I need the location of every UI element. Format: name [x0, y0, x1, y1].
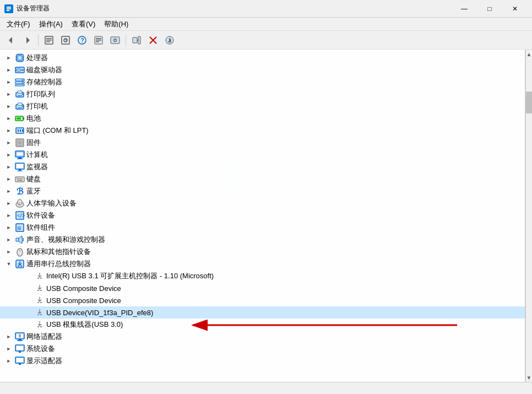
tree-item-usb-hub[interactable]: USB 根集线器(USB 3.0)	[0, 319, 525, 331]
svg-rect-9	[46, 41, 50, 42]
expand-icon-usb-device[interactable]	[24, 308, 33, 317]
tree-item-disk-drive[interactable]: ►磁盘驱动器	[0, 64, 525, 76]
tree-item-usb-ctrl[interactable]: ▼通用串行总线控制器	[0, 258, 525, 270]
tree-item-sound[interactable]: ►声音、视频和游戏控制器	[0, 234, 525, 246]
svg-marker-4	[9, 37, 12, 44]
device-icon-keyboard	[15, 174, 25, 184]
properties-button[interactable]	[41, 33, 57, 47]
expand-icon-bluetooth[interactable]: ►	[4, 187, 13, 196]
tree-item-keyboard[interactable]: ►键盘	[0, 173, 525, 185]
tree-item-computer[interactable]: ►计算机	[0, 149, 525, 161]
menu-file[interactable]: 文件(F)	[2, 18, 35, 30]
expand-icon-port[interactable]: ►	[4, 126, 13, 135]
device-label-storage: 存储控制器	[26, 77, 62, 87]
tree-item-software-comp[interactable]: ►⊞软件组件	[0, 222, 525, 234]
expand-icon-display[interactable]: ►	[4, 357, 13, 365]
expand-icon-usb-intel[interactable]	[24, 272, 33, 280]
expand-icon-software-comp[interactable]: ►	[4, 223, 13, 232]
tree-item-printer[interactable]: ►打印机	[0, 100, 525, 112]
close-button[interactable]: ✕	[502, 0, 528, 18]
status-bar	[0, 382, 532, 394]
details-button[interactable]	[91, 33, 106, 47]
expand-icon-printer[interactable]: ►	[4, 102, 13, 111]
scrollbar[interactable]: ▲ ▼	[525, 50, 532, 382]
expand-icon-usb-comp2[interactable]	[24, 296, 33, 305]
menu-view[interactable]: 查看(V)	[67, 18, 100, 30]
tree-item-storage[interactable]: ►存储控制器	[0, 76, 525, 88]
update-driver-button[interactable]: ?	[58, 33, 73, 47]
svg-rect-16	[96, 38, 101, 39]
svg-rect-67	[18, 129, 19, 132]
expand-icon-print-queue[interactable]: ►	[4, 90, 13, 99]
expand-icon-processor[interactable]: ►	[4, 53, 13, 62]
expand-icon-network[interactable]: ►	[4, 332, 13, 341]
tree-item-display[interactable]: ►显示适配器	[0, 355, 525, 367]
tree-item-port[interactable]: ►端口 (COM 和 LPT)	[0, 125, 525, 137]
show-hidden-button[interactable]	[107, 33, 123, 47]
expand-icon-disk-drive[interactable]: ►	[4, 66, 13, 74]
expand-icon-hid[interactable]: ►	[4, 199, 13, 208]
device-icon-port	[15, 126, 25, 136]
tree-item-usb-device[interactable]: USB Device(VID_1f3a_PID_efe8)	[0, 306, 525, 319]
tree-item-usb-intel[interactable]: Intel(R) USB 3.1 可扩展主机控制器 - 1.10 (Micros…	[0, 270, 525, 282]
device-label-usb-hub: USB 根集线器(USB 3.0)	[46, 320, 123, 330]
tree-item-network[interactable]: ►网络适配器	[0, 331, 525, 343]
tree-item-firmware[interactable]: ►固件	[0, 137, 525, 149]
svg-text:⊞: ⊞	[17, 225, 21, 231]
forward-button[interactable]	[20, 33, 35, 47]
tree-item-system[interactable]: ►系统设备	[0, 343, 525, 355]
svg-rect-3	[7, 10, 9, 11]
toolbar-sep-1	[38, 35, 39, 46]
remove-button[interactable]	[145, 33, 161, 47]
expand-icon-mouse[interactable]: ►	[4, 247, 13, 256]
scrollbar-thumb[interactable]	[526, 91, 532, 114]
svg-rect-116	[19, 334, 21, 335]
tree-item-monitor[interactable]: ►监视器	[0, 161, 525, 173]
tree-item-print-queue[interactable]: ►打印队列	[0, 88, 525, 100]
svg-rect-103	[40, 278, 42, 279]
device-icon-usb-hub	[35, 320, 45, 330]
expand-icon-software-dev[interactable]: ►	[4, 211, 13, 220]
maximize-button[interactable]: □	[477, 0, 502, 18]
device-label-mouse: 鼠标和其他指针设备	[26, 247, 91, 257]
tree-item-software-dev[interactable]: ►</>软件设备	[0, 209, 525, 222]
device-icon-usb-comp2	[35, 295, 45, 305]
expand-icon-computer[interactable]: ►	[4, 150, 13, 159]
device-label-keyboard: 键盘	[26, 174, 41, 184]
tree-item-usb-comp2[interactable]: USB Composite Device	[0, 294, 525, 306]
svg-rect-106	[37, 302, 39, 303]
tree-item-hid[interactable]: ►人体学输入设备	[0, 197, 525, 209]
expand-icon-storage[interactable]: ►	[4, 78, 13, 87]
back-button[interactable]	[3, 33, 19, 47]
expand-icon-usb-comp1[interactable]	[24, 284, 33, 293]
svg-rect-121	[19, 351, 21, 353]
device-label-printer: 打印机	[26, 101, 48, 111]
install-button[interactable]	[162, 33, 177, 47]
svg-rect-32	[18, 56, 22, 60]
menu-help[interactable]: 帮助(H)	[100, 18, 133, 30]
svg-rect-83	[18, 178, 19, 179]
menu-bar: 文件(F) 操作(A) 查看(V) 帮助(H)	[0, 18, 532, 31]
expand-icon-usb-hub[interactable]	[24, 320, 33, 329]
tree-item-battery[interactable]: ►电池	[0, 112, 525, 125]
svg-point-52	[22, 82, 23, 83]
help-button[interactable]: ?	[74, 33, 90, 47]
menu-action[interactable]: 操作(A)	[35, 18, 67, 30]
tree-item-bluetooth[interactable]: ►ℬ蓝牙	[0, 185, 525, 197]
tree-item-usb-comp1[interactable]: USB Composite Device	[0, 282, 525, 294]
device-icon-system	[15, 344, 25, 354]
expand-icon-usb-ctrl[interactable]: ▼	[4, 260, 13, 268]
tree-item-processor[interactable]: ►处理器	[0, 52, 525, 64]
svg-rect-18	[96, 41, 99, 42]
scan-button[interactable]	[129, 33, 144, 47]
expand-icon-keyboard[interactable]: ►	[4, 175, 13, 183]
minimize-button[interactable]: —	[452, 0, 477, 18]
expand-icon-monitor[interactable]: ►	[4, 163, 13, 171]
tree-item-mouse[interactable]: ►鼠标和其他指针设备	[0, 246, 525, 258]
expand-icon-sound[interactable]: ►	[4, 235, 13, 244]
toolbar-sep-2	[126, 35, 126, 46]
device-label-sound: 声音、视频和游戏控制器	[26, 235, 105, 245]
expand-icon-battery[interactable]: ►	[4, 114, 13, 123]
expand-icon-firmware[interactable]: ►	[4, 138, 13, 147]
expand-icon-system[interactable]: ►	[4, 344, 13, 353]
